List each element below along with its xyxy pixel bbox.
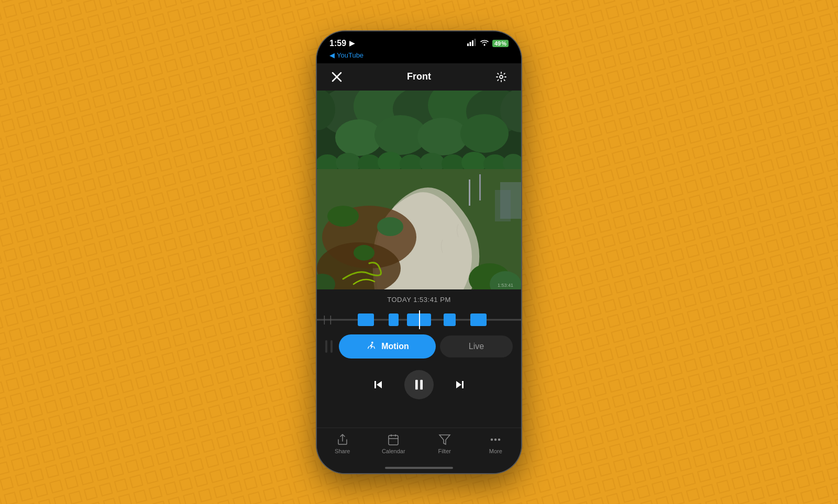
- svg-rect-52: [374, 381, 376, 388]
- next-button[interactable]: [446, 371, 473, 398]
- timeline-cursor: [419, 310, 420, 329]
- svg-point-41: [354, 245, 374, 261]
- svg-rect-56: [462, 381, 464, 388]
- motion-run-icon: [366, 341, 377, 352]
- time-display: 1:59: [329, 39, 346, 48]
- svg-rect-54: [420, 379, 423, 389]
- wifi-icon: [480, 39, 489, 48]
- home-indicator: [317, 465, 521, 473]
- mode-dot: [325, 340, 327, 353]
- more-icon: [489, 433, 502, 446]
- tab-calendar[interactable]: Calendar: [368, 433, 420, 454]
- page-title: Front: [407, 71, 431, 82]
- timeline-event: [358, 313, 374, 326]
- svg-rect-7: [472, 40, 473, 46]
- svg-rect-5: [467, 43, 469, 46]
- svg-point-62: [491, 439, 493, 440]
- tab-filter-label: Filter: [438, 448, 451, 454]
- calendar-icon: [387, 433, 400, 446]
- svg-marker-55: [456, 381, 461, 388]
- tab-more-label: More: [489, 448, 502, 454]
- svg-point-9: [483, 44, 485, 46]
- live-label: Live: [469, 342, 484, 351]
- phone-shell: 1:59 ▶ 49%: [317, 31, 521, 473]
- svg-rect-57: [389, 435, 398, 445]
- timestamp-area: TODAY 1:53:41 PM: [317, 289, 521, 308]
- timeline-bar[interactable]: | |: [317, 310, 521, 329]
- close-button[interactable]: [327, 68, 346, 86]
- svg-rect-43: [479, 174, 481, 200]
- mode-dot: [330, 340, 333, 353]
- timeline-marker-left2: |: [329, 314, 332, 325]
- tab-share-label: Share: [335, 448, 350, 454]
- filter-icon: [438, 433, 451, 446]
- garden-scene: 1:53:41: [317, 91, 521, 289]
- settings-button[interactable]: [492, 68, 511, 86]
- svg-point-39: [327, 206, 359, 227]
- motion-label: Motion: [381, 342, 409, 351]
- battery-icon: 49%: [492, 40, 509, 47]
- nav-bar: Front: [317, 63, 521, 91]
- pause-button[interactable]: [404, 370, 434, 399]
- home-bar: [385, 467, 453, 469]
- svg-rect-6: [469, 42, 471, 46]
- share-icon: [336, 433, 349, 446]
- svg-point-63: [495, 439, 497, 440]
- svg-rect-8: [474, 39, 476, 46]
- tab-bar: Share Calendar Filter More: [317, 428, 521, 465]
- tab-filter[interactable]: Filter: [419, 433, 470, 454]
- svg-point-23: [417, 118, 468, 155]
- timeline-event: [389, 313, 399, 326]
- svg-point-50: [371, 341, 373, 343]
- svg-point-12: [500, 75, 503, 79]
- svg-marker-61: [439, 435, 450, 444]
- mode-toggle: Motion Live: [317, 334, 521, 365]
- dynamic-island: [388, 37, 450, 54]
- location-icon: ▶: [349, 39, 355, 47]
- svg-point-64: [499, 439, 500, 440]
- timeline-event: [444, 313, 456, 326]
- svg-point-40: [377, 217, 403, 236]
- content-spacer: [317, 407, 521, 428]
- signal-icon: [467, 39, 477, 48]
- svg-point-24: [460, 114, 509, 153]
- timeline-marker-left: |: [323, 314, 326, 325]
- playback-controls: [317, 365, 521, 407]
- tab-share[interactable]: Share: [317, 433, 368, 454]
- camera-feed: 1:53:41: [317, 91, 521, 289]
- svg-rect-42: [469, 180, 470, 206]
- timestamp-text: TODAY 1:53:41 PM: [387, 296, 450, 304]
- timeline-area[interactable]: | |: [317, 308, 521, 334]
- svg-text:1:53:41: 1:53:41: [498, 283, 513, 288]
- live-button[interactable]: Live: [440, 335, 513, 357]
- mode-indicators: [325, 340, 333, 353]
- prev-button[interactable]: [365, 371, 392, 398]
- tab-more[interactable]: More: [470, 433, 522, 454]
- tab-calendar-label: Calendar: [382, 448, 405, 454]
- svg-rect-53: [415, 379, 418, 389]
- svg-rect-48: [495, 190, 511, 221]
- motion-button[interactable]: Motion: [339, 334, 436, 359]
- timeline-event: [470, 313, 487, 326]
- svg-marker-51: [377, 381, 382, 388]
